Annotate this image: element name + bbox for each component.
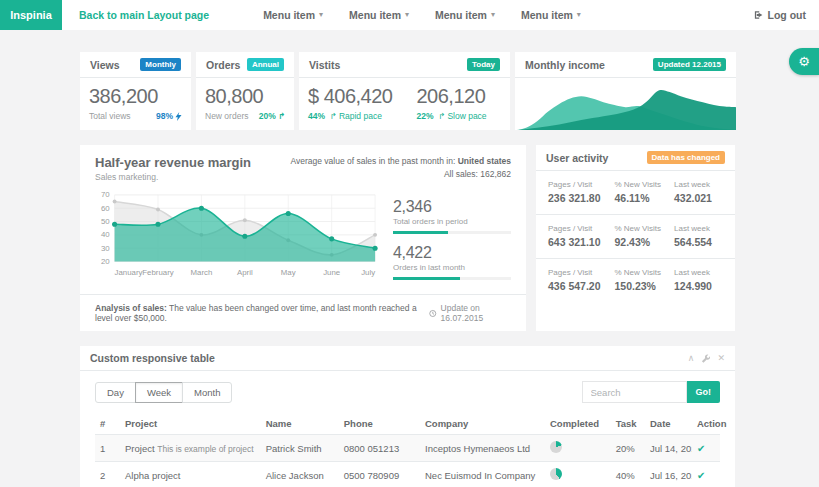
monthly-income-card: Monthly income Updated 12.2015 — [515, 52, 736, 130]
activity-value: 46.11% — [615, 192, 675, 204]
go-button[interactable]: Go! — [687, 381, 721, 403]
panel-tools: ∧ ✕ — [688, 354, 725, 363]
menu-item-label: Menu item — [521, 9, 573, 21]
cell-phone: 0800 051213 — [339, 435, 420, 462]
visits-right-stat: 206,120 22% ↱ Slow pace — [416, 85, 486, 121]
sign-out-icon — [753, 10, 763, 20]
activity-value: 124.990 — [674, 280, 723, 292]
cell-phone: 0500 780909 — [339, 462, 420, 487]
avg-sales-country: United states — [458, 156, 511, 166]
activity-value: 236 321.80 — [548, 192, 615, 204]
visits-right-value: 206,120 — [416, 85, 486, 107]
cell-completed — [545, 435, 611, 462]
level-up-icon: ↱ — [329, 111, 336, 121]
visits-card-body: $ 406,420 44% ↱ Rapid pace 206,120 22% — [299, 78, 510, 130]
activity-row: Pages / Visit643 321.10 % New Visits92.4… — [536, 215, 735, 259]
revenue-title: Half-year revenue margin — [95, 155, 251, 170]
svg-text:30: 30 — [101, 244, 110, 253]
wrench-icon[interactable] — [701, 354, 710, 363]
cell-company: Inceptos Hymenaeos Ltd — [420, 435, 545, 462]
col-action: Action — [692, 413, 720, 435]
svg-text:February: February — [142, 268, 173, 277]
custom-table-panel: Custom responsive table ∧ ✕ Day Week Mon… — [80, 346, 735, 487]
visits-left-delta: 44% — [308, 111, 325, 121]
check-icon[interactable]: ✔ — [697, 470, 705, 481]
activity-value: 150.23% — [615, 280, 675, 292]
collapse-icon[interactable]: ∧ — [688, 354, 695, 363]
search-input[interactable] — [582, 381, 687, 403]
page-wrapper: Views Monthly 386,200 Total views 98% — [0, 30, 819, 487]
completed-pie-chart — [550, 468, 562, 480]
check-icon[interactable]: ✔ — [697, 443, 705, 454]
brand-logo[interactable]: Inspinia — [0, 0, 62, 30]
activity-col-label: % New Visits — [615, 268, 675, 277]
project-name: Alpha project — [125, 470, 180, 481]
theme-config-button[interactable]: ⚙ — [789, 48, 819, 75]
svg-text:70: 70 — [101, 190, 110, 199]
updated-badge: Updated 12.2015 — [653, 58, 726, 71]
activity-col-label: % New Visits — [615, 180, 675, 189]
cell-date: Jul 14, 2013 — [645, 435, 692, 462]
cell-action: ✔ — [692, 462, 720, 487]
views-label: Total views — [89, 111, 131, 121]
menu-item-label: Menu item — [435, 9, 487, 21]
tab-week[interactable]: Week — [135, 382, 183, 403]
activity-value: 432.021 — [674, 192, 723, 204]
cell-action: ✔ — [692, 435, 720, 462]
monthly-badge: Monthly — [140, 58, 181, 71]
visits-left-trend: 44% ↱ Rapid pace — [308, 111, 392, 121]
caret-down-icon: ▾ — [405, 11, 409, 19]
activity-row: Pages / Visit436 547.20 % New Visits150.… — [536, 259, 735, 302]
tab-day[interactable]: Day — [95, 382, 136, 403]
logout-label: Log out — [768, 9, 806, 21]
app-root: Inspinia Back to main Layout page Menu i… — [0, 0, 819, 487]
gears-icon: ⚙ — [798, 55, 810, 68]
card-title: Vistits — [309, 59, 340, 71]
orders-card-header: Orders Annual — [196, 52, 294, 78]
caret-down-icon: ▾ — [491, 11, 495, 19]
orders-delta: 20% ↱ — [259, 111, 285, 121]
orders-period-progress — [393, 231, 511, 234]
cell-task: 20% — [611, 435, 645, 462]
svg-text:40: 40 — [101, 230, 110, 239]
mid-row: Half-year revenue margin Sales marketing… — [80, 145, 735, 331]
nav-menu-item-2[interactable]: Menu item ▾ — [336, 0, 422, 30]
table-controls: Day Week Month Go! — [95, 381, 720, 403]
cell-completed — [545, 462, 611, 487]
visits-right-trend: 22% ↱ Slow pace — [416, 111, 486, 121]
views-delta-value: 98% — [156, 111, 173, 121]
level-up-icon: ↱ — [438, 111, 445, 121]
all-sales-text: All sales: 162,862 — [291, 168, 512, 181]
tab-month[interactable]: Month — [182, 382, 232, 403]
visits-card-header: Vistits Today — [299, 52, 510, 78]
orders-value: 80,800 — [205, 85, 285, 107]
nav-menu-item-3[interactable]: Menu item ▾ — [422, 0, 508, 30]
back-to-layout-link[interactable]: Back to main Layout page — [66, 0, 222, 30]
activity-col-label: Pages / Visit — [548, 268, 615, 277]
cell-date: Jul 16, 2013 — [645, 462, 692, 487]
activity-value: 436 547.20 — [548, 280, 615, 292]
table-header-row: # Project Name Phone Company Completed T… — [95, 413, 720, 435]
update-date: Update on 16.07.2015 — [441, 303, 511, 323]
visits-left-value: $ 406,420 — [308, 85, 392, 107]
visits-right-label: Slow pace — [447, 111, 486, 121]
nav-menu-item-1[interactable]: Menu item ▾ — [250, 0, 336, 30]
table-panel-body: Day Week Month Go! — [80, 371, 735, 487]
annual-badge: Annual — [247, 58, 284, 71]
svg-text:March: March — [191, 268, 213, 277]
cell-num: 2 — [95, 462, 120, 487]
projects-table: # Project Name Phone Company Completed T… — [95, 413, 720, 487]
completed-pie-chart — [550, 441, 562, 453]
visits-right-delta: 22% — [416, 111, 433, 121]
svg-text:60: 60 — [101, 204, 110, 213]
close-icon[interactable]: ✕ — [717, 354, 725, 363]
views-card-body: 386,200 Total views 98% — [80, 78, 191, 130]
views-delta: 98% — [156, 111, 182, 121]
nav-menu-item-4[interactable]: Menu item ▾ — [508, 0, 594, 30]
orders-period-value: 2,346 — [393, 198, 511, 216]
cell-company: Nec Euismod In Company — [420, 462, 545, 487]
logout-button[interactable]: Log out — [740, 9, 819, 21]
project-note: This is example of project — [157, 444, 253, 454]
project-name: Project — [125, 443, 155, 454]
orders-month-progress — [393, 277, 511, 280]
